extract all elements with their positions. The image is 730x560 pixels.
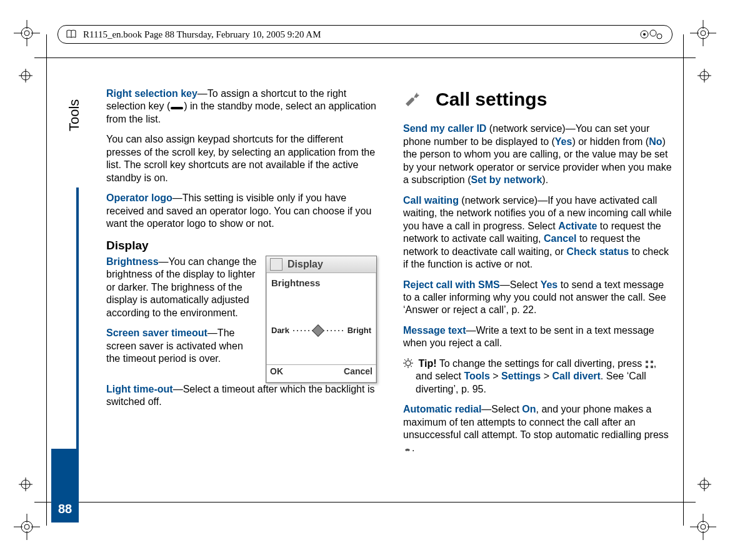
gear-cluster-icon [639,28,664,41]
menu-key-icon [645,360,654,369]
svg-point-7 [701,524,706,529]
left-column: Right selection key—To assign a shortcut… [106,88,377,491]
display-heading: Display [106,238,377,253]
svg-point-6 [698,521,709,532]
page-number: 88 [51,449,79,522]
svg-rect-21 [651,366,653,368]
tip-label: Tip! [418,358,436,369]
call-settings-heading: Call settings [403,88,674,111]
svg-point-15 [657,34,662,39]
slider-thumb-icon [312,324,324,337]
key-brightness: Brightness [106,256,159,267]
para-screensaver: Screen saver timeout—The screen saver is… [106,327,257,365]
frame-rule [34,502,696,502]
svg-point-3 [701,31,706,36]
svg-point-2 [698,28,709,39]
para-caller-id: Send my caller ID (network service)—You … [403,122,674,186]
frame-rule [683,34,684,526]
slider-min-label: Dark [271,326,289,336]
registration-mark-icon [19,478,32,491]
softkey-icon [170,105,184,111]
svg-rect-18 [646,361,648,363]
frame-rule [34,58,696,58]
crop-mark-icon [14,514,40,540]
para-right-selection-key: Right selection key—To assign a shortcut… [106,88,377,126]
svg-rect-16 [171,107,183,109]
registration-mark-icon [698,69,711,82]
phone-softkey-right: Cancel [344,366,372,381]
tip-icon [403,358,413,368]
slider-track [293,327,344,334]
registration-mark-icon [698,478,711,491]
svg-point-14 [650,30,656,36]
svg-point-0 [21,28,32,39]
crop-mark-icon [14,20,40,46]
svg-point-13 [643,33,646,36]
crop-mark-icon [690,514,716,540]
content-area: Right selection key—To assign a shortcut… [106,88,674,491]
svg-rect-20 [646,366,648,368]
frame-rule [46,34,47,526]
para-auto-redial: Automatic redial—Select On, and your pho… [403,403,674,454]
phone-field-label: Brightness [271,277,371,289]
key-reject-sms: Reject call with SMS [403,279,500,290]
right-column: Call settings Send my caller ID (network… [403,88,674,491]
tip-block: Tip! To change the settings for call div… [403,358,674,396]
para-brightness: Brightness—You can change the brightness… [106,256,257,319]
key-call-waiting: Call waiting [403,195,459,206]
slider-max-label: Bright [348,326,371,336]
key-message-text: Message text [403,325,466,336]
phone-title: Display [288,258,323,271]
svg-point-1 [24,31,29,36]
key-light-timeout: Light time-out [106,384,173,394]
phone-titlebar: Display [266,256,376,273]
key-right-selection: Right selection key [106,88,198,99]
para-light-timeout: Light time-out—Select a timeout after wh… [106,383,377,409]
key-auto-redial: Automatic redial [403,404,481,414]
key-caller-id: Send my caller ID [403,123,486,134]
book-icon [66,29,77,40]
end-key-icon [403,444,412,453]
svg-point-4 [21,521,32,532]
phone-screenshot: Display Brightness Dark Bright OK Cancel [266,256,377,383]
para-call-waiting: Call waiting (network service)—If you ha… [403,194,674,271]
brightness-slider: Dark Bright [271,319,371,342]
key-screensaver-timeout: Screen saver timeout [106,328,208,338]
frame-header-text: R1115_en.book Page 88 Thursday, February… [83,29,321,40]
registration-mark-icon [19,69,32,82]
svg-point-5 [24,524,29,529]
phone-softkey-left: OK [270,366,283,381]
svg-point-17 [406,361,411,366]
svg-rect-19 [651,361,653,363]
crop-mark-icon [690,20,716,46]
frame-header: R1115_en.book Page 88 Thursday, February… [58,25,672,44]
wrench-icon [403,89,424,110]
para-operator-logo: Operator logo—This setting is visible on… [106,192,377,230]
para-scroll-shortcuts: You can also assign keypad shortcuts for… [106,133,377,184]
display-app-icon [270,258,282,271]
side-section-label: Tools [66,99,82,131]
key-operator-logo: Operator logo [106,192,172,203]
para-reject-sms: Reject call with SMS—Select Yes to send … [403,279,674,317]
para-message-text: Message text—Write a text to be sent in … [403,324,674,350]
